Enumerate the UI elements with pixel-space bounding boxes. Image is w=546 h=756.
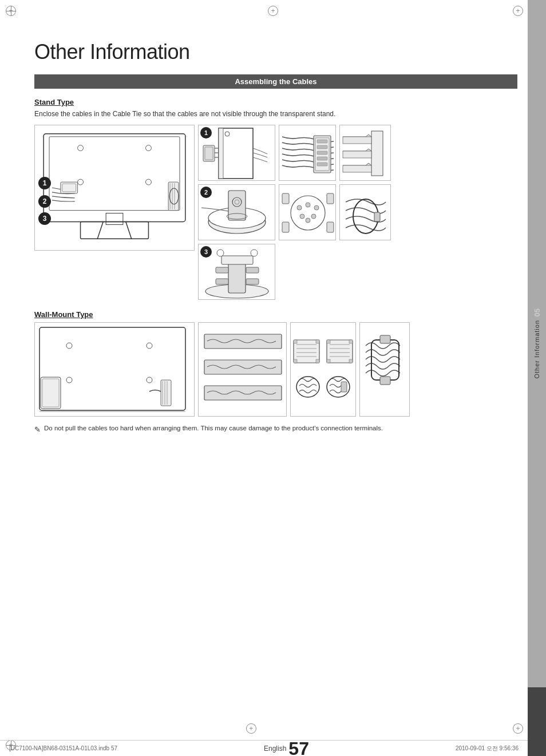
svg-line-4 (126, 221, 132, 239)
svg-point-64 (66, 377, 72, 383)
crosshair-top-left (6, 6, 16, 16)
svg-rect-83 (294, 359, 297, 363)
svg-rect-46 (282, 193, 289, 204)
step3-badge: 3 (200, 246, 212, 258)
svg-rect-57 (246, 279, 259, 284)
svg-rect-30 (343, 137, 371, 144)
svg-point-58 (217, 250, 224, 256)
crosshair-bottom-center (246, 723, 256, 735)
svg-point-8 (78, 179, 84, 185)
sidebar-section-label: Other Information (533, 320, 540, 379)
svg-rect-25 (317, 145, 327, 149)
svg-point-19 (225, 132, 230, 136)
svg-rect-27 (317, 157, 327, 160)
stand-main-diagram: 1 2 3 (34, 125, 195, 251)
svg-rect-35 (228, 191, 246, 220)
svg-rect-5 (106, 213, 123, 225)
step1-detail-a (279, 125, 336, 181)
svg-rect-97 (371, 340, 399, 380)
svg-rect-66 (41, 377, 61, 409)
sidebar-content: 05 Other Information (533, 308, 541, 379)
stand-type-diagrams: 1 2 3 (34, 125, 517, 300)
step2-detail-b (339, 184, 391, 240)
svg-rect-82 (316, 340, 319, 343)
stand-main-svg (35, 125, 194, 250)
svg-point-39 (291, 196, 325, 230)
svg-rect-18 (219, 128, 223, 179)
step2-badge-main: 2 (38, 195, 51, 208)
svg-rect-81 (294, 340, 297, 343)
svg-line-3 (97, 221, 103, 239)
svg-point-63 (147, 343, 152, 349)
svg-rect-29 (371, 131, 383, 176)
section-bar: Assembling the Cables (34, 74, 517, 89)
step1-detail-b (339, 125, 391, 181)
wall-detail-a-svg (199, 323, 287, 417)
svg-rect-91 (349, 340, 353, 343)
wall-detail-a (198, 322, 287, 417)
step2-badge: 2 (200, 187, 212, 198)
wall-detail-b-svg (291, 323, 356, 417)
crosshair-top-center (268, 6, 278, 18)
svg-rect-47 (327, 193, 334, 204)
svg-rect-17 (219, 128, 253, 179)
svg-point-40 (297, 205, 302, 210)
svg-rect-49 (327, 222, 334, 232)
step2-detail-b-svg (340, 185, 391, 240)
svg-rect-28 (317, 163, 327, 166)
step3-main-diagram: 3 (198, 244, 275, 300)
svg-rect-53 (228, 262, 246, 293)
svg-point-43 (300, 214, 304, 219)
footer-page: English 57 (264, 739, 309, 757)
step3-badge-main: 3 (38, 212, 51, 225)
note-icon: ✎ (34, 425, 41, 434)
svg-rect-54 (216, 267, 228, 273)
svg-rect-51 (374, 212, 380, 221)
svg-point-62 (66, 343, 72, 349)
svg-rect-0 (43, 134, 185, 222)
svg-rect-90 (327, 340, 330, 343)
svg-rect-85 (327, 340, 353, 363)
wall-detail-c-svg (360, 323, 410, 417)
english-label: English (264, 745, 286, 753)
svg-point-44 (311, 214, 316, 219)
wall-main-diagram (34, 322, 195, 417)
svg-point-6 (78, 145, 84, 151)
step2-detail-a (279, 184, 336, 240)
stand-type-description: Enclose the cables in the Cable Tie so t… (34, 110, 517, 118)
wall-detail-c (359, 322, 410, 417)
sidebar-lower (528, 687, 546, 756)
step2-main-diagram: 2 (198, 184, 275, 240)
svg-point-9 (146, 179, 152, 185)
page-number: 57 (288, 739, 309, 757)
step1-badge: 1 (200, 127, 212, 138)
svg-rect-48 (282, 222, 289, 232)
svg-rect-24 (317, 140, 327, 143)
svg-rect-96 (341, 382, 347, 392)
svg-point-41 (306, 203, 310, 207)
svg-rect-93 (349, 359, 353, 363)
step3-row: 3 (198, 244, 517, 300)
footer-file-info: [UC7100-NA]BN68-03151A-01L03.indb 57 (9, 745, 117, 751)
footer-date-info: 2010-09-01 오전 9:56:36 (456, 745, 519, 753)
stand-right-steps: 1 (198, 125, 517, 300)
note-section: ✎ Do not pull the cables too hard when a… (34, 425, 517, 434)
wall-main-svg (35, 323, 195, 417)
svg-rect-32 (343, 165, 371, 172)
svg-point-7 (146, 145, 152, 151)
step1-row: 1 (198, 125, 517, 181)
sidebar-upper: 05 Other Information (528, 0, 546, 687)
wall-detail-b (290, 322, 356, 417)
step1-detail-a-svg (279, 125, 336, 181)
crosshair-top-right (513, 6, 523, 18)
svg-rect-74 (204, 360, 282, 374)
svg-rect-84 (316, 359, 319, 363)
svg-rect-31 (343, 151, 371, 158)
svg-rect-92 (327, 359, 330, 363)
svg-rect-26 (317, 151, 327, 155)
step1-detail-b-svg (340, 125, 391, 181)
step1-badge-main: 1 (38, 177, 51, 189)
svg-rect-76 (294, 340, 319, 363)
svg-rect-56 (216, 279, 228, 284)
stand-type-title: Stand Type (34, 98, 517, 106)
